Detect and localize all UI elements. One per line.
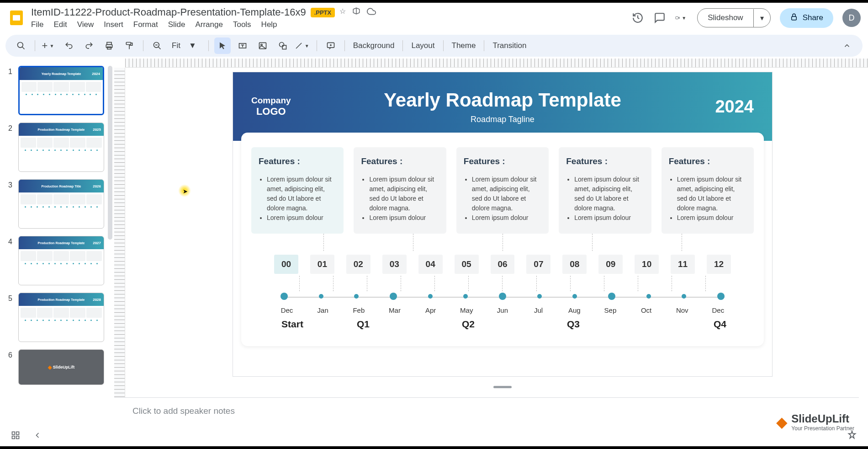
timeline-num[interactable]: 08 bbox=[562, 255, 587, 274]
menu-format[interactable]: Format bbox=[133, 20, 158, 29]
comment-insert-button[interactable] bbox=[323, 37, 339, 54]
svg-rect-19 bbox=[16, 436, 19, 439]
timeline-track bbox=[281, 294, 725, 300]
slideshow-dropdown[interactable]: ▾ bbox=[753, 9, 770, 27]
zoom-out-button[interactable] bbox=[149, 37, 165, 54]
move-icon[interactable] bbox=[352, 7, 360, 18]
menu-arrange[interactable]: Arrange bbox=[195, 20, 222, 29]
timeline-num[interactable]: 06 bbox=[491, 255, 515, 274]
svg-rect-1 bbox=[13, 15, 20, 21]
menu-tools[interactable]: Tools bbox=[233, 20, 251, 29]
timeline-num[interactable]: 11 bbox=[671, 255, 695, 274]
timeline-dot[interactable] bbox=[390, 293, 397, 300]
slides-logo-icon[interactable] bbox=[7, 9, 26, 27]
history-icon[interactable] bbox=[631, 11, 644, 24]
speaker-notes[interactable]: Click to add speaker notes bbox=[114, 397, 859, 424]
timeline-dot[interactable] bbox=[682, 294, 686, 299]
slide-title[interactable]: Yearly Roadmap Template bbox=[384, 89, 621, 111]
svg-rect-14 bbox=[282, 45, 286, 49]
theme-button[interactable]: Theme bbox=[449, 41, 479, 50]
cloud-status-icon[interactable] bbox=[367, 7, 376, 18]
menu-file[interactable]: File bbox=[31, 20, 43, 29]
timeline-dot[interactable] bbox=[463, 294, 468, 299]
timeline-dot[interactable] bbox=[354, 294, 359, 299]
timeline-dot[interactable] bbox=[281, 293, 288, 300]
timeline-num[interactable]: 02 bbox=[346, 255, 370, 274]
grid-view-button[interactable] bbox=[11, 431, 20, 442]
print-button[interactable] bbox=[101, 37, 117, 54]
features-row: Features :Lorem ipsum dolour sit amet, a… bbox=[251, 147, 754, 234]
slide-thumb-3[interactable]: Production Roadmap Title2026 bbox=[18, 179, 104, 229]
slide-thumb-6[interactable]: ◆SlideUpLift bbox=[18, 349, 104, 385]
layout-button[interactable]: Layout bbox=[408, 41, 437, 50]
menubar: File Edit View Insert Format Slide Arran… bbox=[31, 20, 376, 29]
slide-content-card: Features :Lorem ipsum dolour sit amet, a… bbox=[241, 133, 764, 346]
slide-thumb-2[interactable]: Production Roadmap Template2025 bbox=[18, 123, 104, 172]
star-icon[interactable]: ☆ bbox=[339, 7, 346, 18]
feature-box[interactable]: Features :Lorem ipsum dolour sit amet, a… bbox=[559, 147, 651, 234]
line-tool[interactable]: ▼ bbox=[295, 37, 311, 54]
collapse-filmstrip-button[interactable] bbox=[33, 431, 42, 442]
timeline-num[interactable]: 12 bbox=[707, 255, 731, 274]
timeline-num[interactable]: 03 bbox=[382, 255, 407, 274]
timeline-num[interactable]: 00 bbox=[274, 255, 298, 274]
new-slide-button[interactable]: +▼ bbox=[41, 37, 57, 54]
slideshow-button-group: Slideshow ▾ bbox=[697, 8, 771, 27]
timeline-dot[interactable] bbox=[499, 293, 506, 300]
timeline-num[interactable]: 07 bbox=[526, 255, 550, 274]
slide-tagline[interactable]: Roadmap Tagline bbox=[384, 115, 621, 124]
menu-help[interactable]: Help bbox=[261, 20, 277, 29]
collapse-toolbar-button[interactable] bbox=[839, 37, 855, 54]
background-button[interactable]: Background bbox=[350, 41, 397, 50]
timeline-num[interactable]: 09 bbox=[598, 255, 623, 274]
svg-rect-8 bbox=[126, 43, 131, 45]
select-tool[interactable] bbox=[214, 37, 231, 54]
feature-box[interactable]: Features :Lorem ipsum dolour sit amet, a… bbox=[354, 147, 446, 234]
timeline-dot[interactable] bbox=[608, 293, 615, 300]
timeline-num[interactable]: 05 bbox=[455, 255, 479, 274]
transition-button[interactable]: Transition bbox=[490, 41, 529, 50]
paint-format-button[interactable] bbox=[121, 37, 138, 54]
slide-canvas[interactable]: Company LOGO Yearly Roadmap Template Roa… bbox=[233, 72, 772, 376]
slide-year[interactable]: 2024 bbox=[715, 97, 754, 117]
horizontal-ruler[interactable] bbox=[125, 59, 868, 68]
timeline-num[interactable]: 01 bbox=[310, 255, 334, 274]
slideshow-button[interactable]: Slideshow bbox=[698, 9, 753, 27]
document-title[interactable]: ItemID-11222-Product-Roadmap-Presentatio… bbox=[31, 6, 306, 18]
feature-box[interactable]: Features :Lorem ipsum dolour sit amet, a… bbox=[662, 147, 754, 234]
user-avatar[interactable]: D bbox=[842, 9, 861, 27]
timeline-dot[interactable] bbox=[572, 294, 577, 299]
timeline-num[interactable]: 04 bbox=[418, 255, 443, 274]
redo-button[interactable] bbox=[81, 37, 97, 54]
search-icon[interactable] bbox=[13, 37, 29, 54]
slide-thumb-4[interactable]: Production Roadmap Template2027 bbox=[18, 236, 104, 285]
menu-view[interactable]: View bbox=[77, 20, 94, 29]
textbox-tool[interactable] bbox=[234, 37, 251, 54]
quarter-labels: Start Q1 Q2 Q3 Q4 bbox=[274, 319, 731, 330]
zoom-select[interactable]: Fit▼ bbox=[169, 41, 203, 50]
meet-icon[interactable]: ▼ bbox=[675, 11, 688, 24]
timeline-num[interactable]: 10 bbox=[635, 255, 659, 274]
undo-button[interactable] bbox=[61, 37, 77, 54]
lock-icon bbox=[790, 13, 798, 23]
timeline-dot[interactable] bbox=[646, 294, 651, 299]
timeline-dot[interactable] bbox=[319, 294, 323, 299]
explore-button[interactable] bbox=[847, 432, 857, 442]
menu-insert[interactable]: Insert bbox=[104, 20, 123, 29]
slide-thumb-5[interactable]: Production Roadmap Template2028 bbox=[18, 293, 104, 342]
thumbnail-scrollbar[interactable] bbox=[108, 66, 112, 240]
feature-box[interactable]: Features :Lorem ipsum dolour sit amet, a… bbox=[456, 147, 549, 234]
menu-slide[interactable]: Slide bbox=[168, 20, 185, 29]
timeline-dot[interactable] bbox=[537, 294, 542, 299]
shape-tool[interactable] bbox=[275, 37, 291, 54]
feature-box[interactable]: Features :Lorem ipsum dolour sit amet, a… bbox=[251, 147, 344, 234]
comment-icon[interactable] bbox=[653, 11, 666, 24]
timeline-dot[interactable] bbox=[717, 293, 725, 300]
company-logo-placeholder[interactable]: Company LOGO bbox=[251, 96, 291, 118]
vertical-ruler[interactable] bbox=[114, 68, 125, 415]
share-button[interactable]: Share bbox=[780, 8, 833, 28]
timeline-dot[interactable] bbox=[428, 294, 433, 299]
image-tool[interactable] bbox=[254, 37, 271, 54]
menu-edit[interactable]: Edit bbox=[53, 20, 67, 29]
slide-thumb-1[interactable]: Yearly Roadmap Template2024 bbox=[18, 66, 104, 115]
